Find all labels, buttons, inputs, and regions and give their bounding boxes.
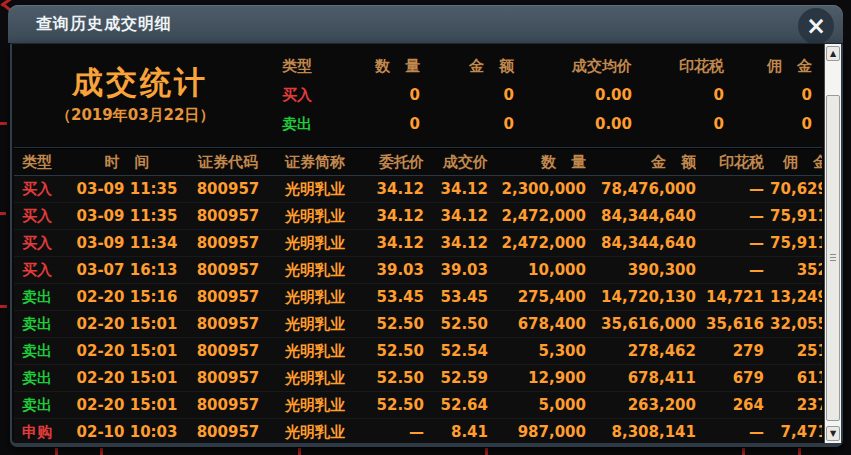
- close-button[interactable]: ×: [798, 8, 834, 44]
- col-header-qty: 数 量: [488, 153, 586, 172]
- cell-fee: 32,055: [764, 315, 822, 333]
- cell-time: 02-20 15:01: [68, 369, 186, 387]
- cell-amount: 84,344,640: [586, 234, 696, 252]
- cell-type: 买入: [22, 207, 68, 226]
- cell-amount: 84,344,640: [586, 207, 696, 225]
- cell-amount: 390,300: [586, 261, 696, 279]
- scrollbar-grip-icon: [830, 254, 836, 262]
- cell-order-price: 39.03: [360, 261, 424, 279]
- summary-header-tax: 印花税: [632, 54, 724, 78]
- summary-qty: 0: [336, 83, 420, 107]
- cell-deal-price: 52.59: [424, 369, 488, 387]
- col-header-time: 时 间: [68, 153, 186, 172]
- col-header-name: 证券简称: [270, 153, 360, 172]
- cell-order-price: 52.50: [360, 369, 424, 387]
- cell-type: 买入: [22, 261, 68, 280]
- cell-code: 800957: [186, 288, 270, 306]
- cell-order-price: 34.12: [360, 207, 424, 225]
- scrollbar-thumb[interactable]: [826, 95, 840, 421]
- summary-header-amount: 金 额: [420, 54, 514, 78]
- cell-order-price: 52.50: [360, 315, 424, 333]
- background-chart-tick: [485, 448, 488, 455]
- col-header-code: 证券代码: [186, 153, 270, 172]
- cell-name: 光明乳业: [270, 207, 360, 226]
- cell-amount: 8,308,141: [586, 423, 696, 441]
- background-chart-tick: [100, 448, 103, 455]
- cell-code: 800957: [186, 315, 270, 333]
- trade-row[interactable]: 卖出 02-20 15:01 800957 光明乳业 52.50 52.64 5…: [14, 392, 822, 419]
- dialog-title: 查询历史成交明细: [36, 14, 172, 35]
- cell-amount: 278,462: [586, 342, 696, 360]
- summary-amount: 0: [420, 112, 514, 136]
- cell-fee: 75,911: [764, 207, 822, 225]
- cell-tax: —: [696, 423, 764, 441]
- cell-time: 02-20 15:01: [68, 396, 186, 414]
- cell-order-price: 52.50: [360, 342, 424, 360]
- cell-deal-price: 34.12: [424, 180, 488, 198]
- trade-row[interactable]: 卖出 02-20 15:01 800957 光明乳业 52.50 52.59 1…: [14, 365, 822, 392]
- cell-deal-price: 34.12: [424, 234, 488, 252]
- cell-tax: 279: [696, 342, 764, 360]
- cell-code: 800957: [186, 369, 270, 387]
- cell-code: 800957: [186, 180, 270, 198]
- cell-qty: 275,400: [488, 288, 586, 306]
- vertical-scrollbar[interactable]: ▲ ▼: [824, 44, 841, 443]
- summary-header-fee: 佣 金: [724, 54, 812, 78]
- cell-deal-price: 8.41: [424, 423, 488, 441]
- cell-time: 02-20 15:01: [68, 315, 186, 333]
- cell-name: 光明乳业: [270, 234, 360, 253]
- cell-deal-price: 53.45: [424, 288, 488, 306]
- dialog-titlebar[interactable]: 查询历史成交明细 ×: [8, 5, 843, 43]
- cell-time: 03-07 16:13: [68, 261, 186, 279]
- cell-deal-price: 52.54: [424, 342, 488, 360]
- trade-row[interactable]: 买入 03-09 11:35 800957 光明乳业 34.12 34.12 2…: [14, 203, 822, 230]
- background-chart-fragment: [0, 212, 6, 215]
- scroll-down-icon[interactable]: ▼: [826, 426, 840, 441]
- cell-tax: 264: [696, 396, 764, 414]
- scroll-up-icon[interactable]: ▲: [826, 46, 840, 61]
- cell-time: 03-09 11:34: [68, 234, 186, 252]
- background-chart-tick: [798, 448, 801, 455]
- cell-amount: 678,411: [586, 369, 696, 387]
- cell-name: 光明乳业: [270, 315, 360, 334]
- summary-avg: 0.00: [514, 112, 632, 136]
- cell-tax: —: [696, 207, 764, 225]
- cell-fee: 611: [764, 369, 822, 387]
- trade-row[interactable]: 卖出 02-20 15:16 800957 光明乳业 53.45 53.45 2…: [14, 284, 822, 311]
- cell-time: 03-09 11:35: [68, 180, 186, 198]
- trade-row[interactable]: 买入 03-09 11:34 800957 光明乳业 34.12 34.12 2…: [14, 230, 822, 257]
- cell-code: 800957: [186, 234, 270, 252]
- cell-fee: 237: [764, 396, 822, 414]
- summary-header-avg-price: 成交均价: [514, 54, 632, 78]
- cell-amount: 14,720,130: [586, 288, 696, 306]
- summary-fee: 0: [724, 112, 812, 136]
- dialog-content: 成交统计 （2019年03月22日） 类型 数 量 金 额 成交均价 印花税 佣…: [14, 44, 822, 443]
- close-icon: ×: [806, 14, 826, 38]
- cell-fee: 352: [764, 261, 822, 279]
- cell-type: 买入: [22, 180, 68, 199]
- cell-order-price: —: [360, 423, 424, 441]
- col-header-fee: 佣 金: [764, 153, 822, 172]
- cell-deal-price: 34.12: [424, 207, 488, 225]
- summary-qty: 0: [336, 112, 420, 136]
- col-header-deal-price: 成交价: [424, 153, 488, 172]
- cell-order-price: 34.12: [360, 234, 424, 252]
- cell-type: 卖出: [22, 315, 68, 334]
- summary-amount: 0: [420, 83, 514, 107]
- dialog-query-history: 成交统计 （2019年03月22日） 类型 数 量 金 额 成交均价 印花税 佣…: [10, 43, 843, 447]
- cell-order-price: 53.45: [360, 288, 424, 306]
- cell-fee: 70,629: [764, 180, 822, 198]
- trade-row[interactable]: 买入 03-07 16:13 800957 光明乳业 39.03 39.03 1…: [14, 257, 822, 284]
- cell-fee: 7,471: [764, 423, 822, 441]
- cell-code: 800957: [186, 342, 270, 360]
- trade-row[interactable]: 卖出 02-20 15:01 800957 光明乳业 52.50 52.54 5…: [14, 338, 822, 365]
- trade-row[interactable]: 买入 03-09 11:35 800957 光明乳业 34.12 34.12 2…: [14, 176, 822, 203]
- trade-row[interactable]: 卖出 02-20 15:01 800957 光明乳业 52.50 52.50 6…: [14, 311, 822, 338]
- cell-tax: —: [696, 261, 764, 279]
- cell-name: 光明乳业: [270, 180, 360, 199]
- cell-tax: 35,616: [696, 315, 764, 333]
- cell-fee: 13,249: [764, 288, 822, 306]
- trade-row[interactable]: 申购 02-10 10:03 800957 光明乳业 — 8.41 987,00…: [14, 419, 822, 443]
- background-chart-tick: [298, 448, 301, 455]
- summary-type: 买入: [282, 83, 336, 107]
